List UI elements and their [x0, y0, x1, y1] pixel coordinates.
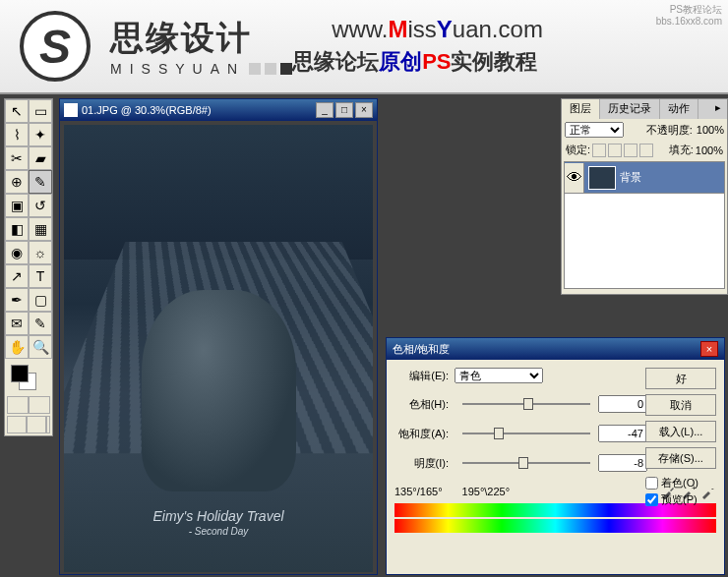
path-tool[interactable]: ↗: [5, 264, 29, 288]
wand-tool[interactable]: ✦: [29, 123, 52, 146]
screen-full2[interactable]: [46, 416, 50, 433]
doc-icon: [64, 103, 78, 117]
colorize-checkbox[interactable]: [645, 477, 658, 490]
zoom-tool[interactable]: 🔍: [29, 335, 52, 359]
hue-result-bar: [394, 519, 716, 533]
lock-paint-icon[interactable]: [608, 144, 622, 157]
tab-actions[interactable]: 动作: [660, 99, 698, 119]
notes-tool[interactable]: ✉: [5, 312, 29, 335]
layer-thumb[interactable]: [588, 166, 616, 190]
hue-label: 色相(H):: [394, 397, 449, 412]
save-button[interactable]: 存储(S)...: [645, 447, 716, 469]
layers-panel: 图层 历史记录 动作 ▸ 正常 不透明度: 100% 锁定: 填充: 100% …: [561, 98, 728, 295]
page-header: S 思缘设计 MISSYUAN www.MissYuan.com 思缘论坛原创P…: [0, 0, 728, 94]
eraser-tool[interactable]: ◧: [5, 217, 29, 241]
brand-cn: 思缘设计: [110, 16, 292, 61]
dialog-title: 色相/饱和度: [393, 342, 450, 357]
doc-title: 01.JPG @ 30.3%(RGB/8#): [82, 104, 212, 116]
light-label: 明度(I):: [394, 456, 449, 471]
eyedropper-tool[interactable]: ✎: [29, 312, 52, 335]
dialog-close-button[interactable]: ×: [700, 341, 718, 357]
ok-button[interactable]: 好: [645, 368, 716, 389]
sat-label: 饱和度(A):: [394, 427, 449, 441]
brand-block: 思缘设计 MISSYUAN: [110, 16, 292, 77]
watermark: PS教程论坛bbs.16xx8.com: [656, 4, 722, 28]
preview-label: 预览(P): [661, 492, 698, 507]
tab-layers[interactable]: 图层: [562, 99, 600, 119]
blur-tool[interactable]: ◉: [5, 241, 29, 264]
mode-standard[interactable]: [7, 396, 29, 414]
hue-input[interactable]: [598, 395, 647, 413]
lock-label: 锁定:: [566, 143, 590, 157]
hand-tool[interactable]: ✋: [5, 335, 29, 359]
layer-item[interactable]: 👁 背景: [565, 162, 724, 194]
sat-slider[interactable]: [462, 427, 590, 440]
cancel-button[interactable]: 取消: [645, 394, 716, 416]
type-tool[interactable]: T: [29, 264, 52, 288]
marquee-tool[interactable]: ▭: [29, 99, 52, 123]
lock-pos-icon[interactable]: [624, 144, 637, 157]
brand-en: MISSYUAN: [110, 61, 292, 77]
screen-std[interactable]: [7, 416, 27, 433]
edit-select[interactable]: 青色: [455, 368, 543, 383]
slice-tool[interactable]: ▰: [29, 146, 52, 170]
light-slider[interactable]: [462, 456, 590, 470]
color-swatch[interactable]: [9, 363, 48, 392]
minimize-button[interactable]: _: [316, 102, 334, 118]
layer-name: 背景: [620, 170, 641, 185]
gradient-tool[interactable]: ▦: [29, 217, 52, 241]
fill-label: 填充:: [669, 143, 694, 157]
opacity-label: 不透明度:: [646, 123, 693, 138]
colorize-label: 着色(O): [661, 476, 698, 490]
move-tool[interactable]: ↖: [5, 99, 29, 123]
document-window: 01.JPG @ 30.3%(RGB/8#) _ □ × Eimy's Holi…: [59, 98, 378, 575]
logo-icon: S: [20, 11, 91, 82]
doc-titlebar[interactable]: 01.JPG @ 30.3%(RGB/8#) _ □ ×: [60, 99, 377, 121]
photo-title-text: Eimy's Holiday Travel - Second Day: [64, 508, 373, 537]
panel-tabs: 图层 历史记录 动作 ▸: [562, 99, 727, 119]
brush-tool[interactable]: ✎: [29, 170, 52, 194]
screen-full[interactable]: [27, 416, 46, 433]
fill-value[interactable]: 100%: [696, 144, 723, 156]
blend-mode-select[interactable]: 正常: [565, 122, 624, 138]
layer-list: 👁 背景: [564, 161, 725, 289]
edit-label: 编辑(E):: [394, 369, 449, 383]
tab-history[interactable]: 历史记录: [600, 99, 660, 119]
maximize-button[interactable]: □: [335, 102, 353, 118]
load-button[interactable]: 载入(L)...: [645, 421, 716, 442]
header-right: www.MissYuan.com 思缘论坛原创PS实例教程: [292, 16, 543, 77]
panel-menu-icon[interactable]: ▸: [709, 99, 727, 119]
lasso-tool[interactable]: ⌇: [5, 123, 29, 146]
sat-input[interactable]: [598, 425, 647, 442]
pen-tool[interactable]: ✒: [5, 288, 29, 312]
toolbox: ↖▭ ⌇✦ ✂▰ ⊕✎ ▣↺ ◧▦ ◉☼ ↗T ✒▢ ✉✎ ✋🔍: [4, 98, 53, 436]
range-right: 195°\225°: [462, 486, 511, 497]
tagline: 思缘论坛原创PS实例教程: [292, 47, 543, 77]
preview-checkbox[interactable]: [645, 493, 658, 506]
history-brush-tool[interactable]: ↺: [29, 194, 52, 217]
url: www.MissYuan.com: [332, 16, 543, 43]
photo-content: Eimy's Holiday Travel - Second Day: [64, 125, 373, 572]
dialog-titlebar[interactable]: 色相/饱和度 ×: [387, 338, 724, 360]
shape-tool[interactable]: ▢: [29, 288, 52, 312]
crop-tool[interactable]: ✂: [5, 146, 29, 170]
stamp-tool[interactable]: ▣: [5, 194, 29, 217]
hue-slider[interactable]: [462, 397, 590, 411]
range-left: 135°/165°: [394, 486, 443, 497]
visibility-icon[interactable]: 👁: [565, 163, 584, 193]
light-input[interactable]: [598, 454, 647, 472]
dodge-tool[interactable]: ☼: [29, 241, 52, 264]
lock-trans-icon[interactable]: [592, 144, 606, 157]
heal-tool[interactable]: ⊕: [5, 170, 29, 194]
lock-all-icon[interactable]: [639, 144, 653, 157]
mode-quickmask[interactable]: [29, 396, 50, 414]
close-button[interactable]: ×: [355, 102, 373, 118]
canvas[interactable]: Eimy's Holiday Travel - Second Day: [64, 125, 373, 572]
hue-sat-dialog: 色相/饱和度 × 编辑(E): 青色 色相(H): 饱和度(A): 明度(I):…: [386, 337, 725, 575]
opacity-value[interactable]: 100%: [697, 124, 724, 136]
